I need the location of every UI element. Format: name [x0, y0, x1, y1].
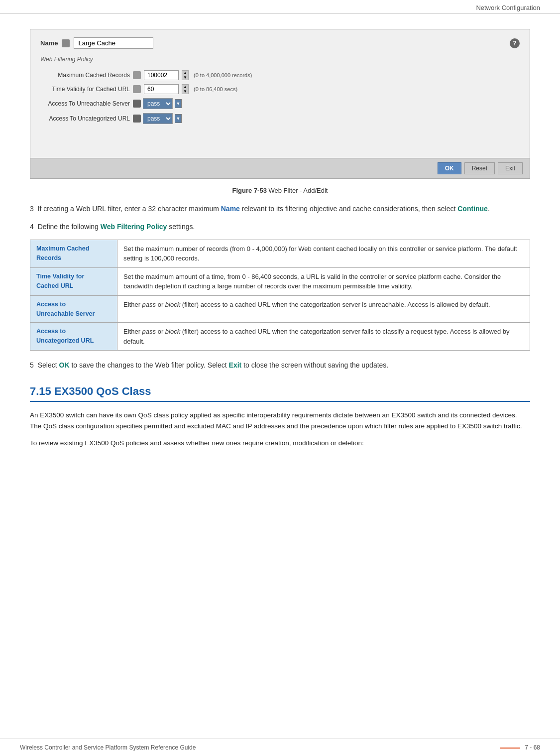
max-cached-input[interactable]: [144, 70, 179, 80]
figure-caption-bold: Figure 7-53: [232, 187, 267, 194]
spinner-up[interactable]: ▲: [182, 71, 188, 75]
step-5-exit-highlight: Exit: [229, 361, 242, 369]
info-icon-unreachable: [133, 100, 141, 108]
exit-button[interactable]: Exit: [498, 162, 523, 174]
unreachable-dropdown-group: pass block ▼: [133, 98, 182, 109]
table-desc-max-cached: Set the maximum number of records (from …: [117, 240, 530, 267]
step-4-number: 4: [30, 223, 34, 231]
page-header: Network Configuration: [0, 0, 560, 14]
max-cached-label: Maximum Cached Records: [40, 72, 130, 79]
time-validity-label: Time Validity for Cached URL: [40, 86, 130, 93]
edit-icon: [62, 39, 70, 47]
section-divider: [30, 401, 530, 402]
name-row: Name ?: [40, 37, 520, 49]
table-row: Time Validity forCached URL Set the maxi…: [30, 267, 530, 295]
section-heading: 7.15 EX3500 QoS Class: [30, 385, 530, 398]
name-input[interactable]: [74, 37, 153, 49]
table-label-uncategorized: Access toUncategorized URL: [30, 323, 117, 351]
name-label: Name: [40, 39, 58, 47]
dialog-footer: OK Reset Exit: [30, 158, 530, 178]
section-para-1: An EX3500 switch can have its own QoS cl…: [30, 410, 530, 432]
table-label-time-validity: Time Validity forCached URL: [30, 267, 117, 295]
reset-button[interactable]: Reset: [464, 162, 495, 174]
step-3: 3 If creating a Web URL filter, enter a …: [30, 203, 530, 214]
footer-page-number: 7 - 68: [525, 744, 540, 751]
page-footer: Wireless Controller and Service Platform…: [0, 739, 560, 756]
step-4: 4 Define the following Web Filtering Pol…: [30, 221, 530, 232]
edit-icon-max: [133, 71, 141, 79]
step-4-text-2: settings.: [167, 223, 195, 231]
max-cached-hint: (0 to 4,000,000 records): [194, 72, 252, 78]
time-validity-row: Time Validity for Cached URL ▲ ▼ (0 to 8…: [40, 84, 520, 94]
time-validity-hint: (0 to 86,400 secs): [194, 86, 237, 92]
step-3-text-2: relevant to its filtering objective and …: [240, 205, 457, 213]
section-title: Web Filtering Policy: [40, 56, 520, 65]
table-desc-uncategorized: Either pass or block (filter) access to …: [117, 323, 530, 351]
uncategorized-dropdown-group: pass block ▼: [133, 113, 182, 124]
unreachable-dropdown[interactable]: pass block: [143, 98, 173, 109]
max-cached-records-row: Maximum Cached Records ▲ ▼ (0 to 4,000,0…: [40, 70, 520, 80]
uncategorized-url-label: Access To Uncategorized URL: [40, 115, 130, 122]
unreachable-dropdown-arrow[interactable]: ▼: [175, 99, 182, 108]
ok-button[interactable]: OK: [438, 162, 461, 174]
step-4-policy-highlight: Web Filtering Policy: [101, 223, 167, 231]
uncategorized-url-row: Access To Uncategorized URL pass block ▼: [40, 113, 520, 124]
step-3-continue-highlight: Continue: [457, 205, 488, 213]
step-5-text-1: Select: [38, 361, 59, 369]
max-cached-spinner[interactable]: ▲ ▼: [182, 70, 189, 80]
step-3-text-1: If creating a Web URL filter, enter a 32…: [38, 205, 221, 213]
step-5-text-2: to save the changes to the Web filter po…: [70, 361, 229, 369]
unreachable-server-label: Access To Unreachable Server: [40, 100, 130, 107]
section-para-2: To review existing EX3500 QoS policies a…: [30, 438, 530, 449]
step-5: 5 Select OK to save the changes to the W…: [30, 360, 530, 371]
policy-table: Maximum CachedRecords Set the maximum nu…: [30, 240, 530, 351]
dialog-inner: Name ? Web Filtering Policy Maximum Cach…: [30, 29, 530, 158]
table-desc-time-validity: Set the maximum amount of a time, from 0…: [117, 267, 530, 295]
info-icon-time: [133, 85, 141, 93]
spinner-down-time[interactable]: ▼: [182, 89, 188, 94]
spinner-down[interactable]: ▼: [182, 75, 188, 80]
table-row: Access toUnreachable Server Either pass …: [30, 295, 530, 323]
footer-left: Wireless Controller and Service Platform…: [20, 744, 196, 751]
figure-caption: Figure 7-53 Web Filter - Add/Edit: [30, 187, 530, 194]
figure-caption-text: Web Filter - Add/Edit: [267, 187, 328, 194]
spinner-up-time[interactable]: ▲: [182, 85, 188, 89]
step-3-text-3: .: [488, 205, 490, 213]
step-5-ok-highlight: OK: [59, 361, 70, 369]
main-content: Name ? Web Filtering Policy Maximum Cach…: [0, 14, 560, 475]
info-icon-uncategorized: [133, 115, 141, 123]
step-5-number: 5: [30, 361, 34, 369]
table-row: Maximum CachedRecords Set the maximum nu…: [30, 240, 530, 267]
uncategorized-dropdown-arrow[interactable]: ▼: [175, 114, 182, 123]
table-row: Access toUncategorized URL Either pass o…: [30, 323, 530, 351]
step-4-text-1: Define the following: [38, 223, 101, 231]
header-title: Network Configuration: [476, 4, 540, 11]
footer-right: 7 - 68: [500, 744, 540, 751]
dialog-box: Name ? Web Filtering Policy Maximum Cach…: [30, 29, 530, 179]
table-label-unreachable: Access toUnreachable Server: [30, 295, 117, 323]
step-3-number: 3: [30, 205, 34, 213]
help-icon[interactable]: ?: [510, 38, 520, 48]
uncategorized-dropdown[interactable]: pass block: [143, 113, 173, 124]
unreachable-server-row: Access To Unreachable Server pass block …: [40, 98, 520, 109]
table-label-max-cached: Maximum CachedRecords: [30, 240, 117, 267]
step-5-text-3: to close the screen without saving the u…: [241, 361, 388, 369]
time-validity-input[interactable]: [144, 84, 179, 94]
table-desc-unreachable: Either pass or block (filter) access to …: [117, 295, 530, 323]
footer-decoration: [500, 748, 520, 749]
time-validity-spinner[interactable]: ▲ ▼: [182, 84, 189, 94]
step-3-name-highlight: Name: [221, 205, 240, 213]
